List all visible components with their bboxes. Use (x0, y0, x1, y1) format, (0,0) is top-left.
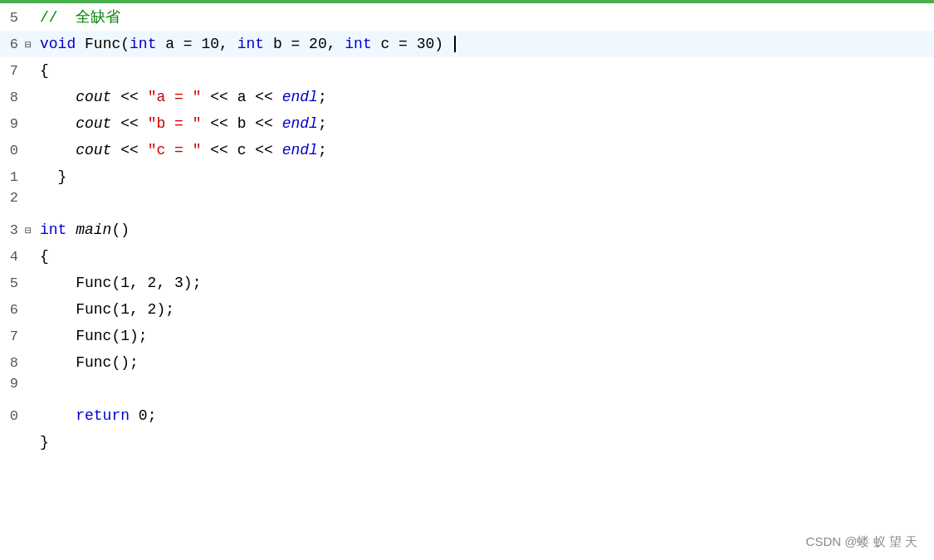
line-number-9: 9 (0, 116, 25, 132)
line-content-15: Func(1, 2, 3); (37, 270, 934, 296)
code-line-6: 6 ⊟ void Func(int a = 10, int b = 20, in… (0, 31, 934, 57)
int-main-keyword: int (40, 222, 66, 238)
line-number-5: 5 (0, 10, 25, 26)
fold-13: ⊟ (25, 224, 37, 237)
int-keyword-3: int (345, 36, 371, 52)
line-number-14: 4 (0, 249, 25, 265)
code-line-16: 6 Func(1, 2); (0, 296, 934, 323)
code-line-21: } (0, 429, 934, 455)
string-b: "b = " (148, 115, 202, 132)
line-number-16: 6 (0, 302, 25, 318)
watermark: CSDN @蝼 蚁 望 天 (806, 534, 917, 550)
line-content-9: cout << "b = " << b << endl; (37, 110, 934, 137)
line-content-5: // 全缺省 (37, 3, 934, 31)
code-line-5: 5 // 全缺省 (0, 3, 934, 31)
func-name: Func (85, 36, 120, 52)
endl-2: endl (282, 115, 318, 132)
line-number-6: 6 (0, 37, 25, 52)
line-content-13: int main() (37, 217, 934, 243)
line-content-18: Func(); (37, 349, 934, 376)
cout-1: cout (76, 89, 111, 105)
line-content-8: cout << "a = " << a << endl; (37, 84, 934, 110)
endl-1: endl (282, 89, 318, 105)
cout-3: cout (76, 142, 111, 158)
code-line-10: 0 cout << "c = " << c << endl; (0, 137, 934, 163)
line-number-11: 1 (0, 169, 25, 185)
line-number-15: 5 (0, 275, 25, 291)
code-line-17: 7 Func(1); (0, 323, 934, 349)
fold-6: ⊟ (25, 38, 37, 51)
line-number-12: 2 (0, 190, 25, 206)
code-line-19: 9 (0, 376, 934, 402)
line-content-7: { (37, 57, 934, 84)
code-line-18: 8 Func(); (0, 349, 934, 376)
line-content-21: } (37, 429, 934, 455)
line-content-14: { (37, 243, 934, 270)
line-number-17: 7 (0, 329, 25, 344)
code-line-20: 0 return 0; (0, 402, 934, 429)
int-keyword-2: int (237, 36, 264, 52)
string-c: "c = " (148, 142, 202, 158)
code-line-14: 4 { (0, 243, 934, 270)
cout-2: cout (76, 115, 111, 132)
line-number-13: 3 (0, 222, 25, 238)
line-content-17: Func(1); (37, 323, 934, 349)
endl-3: endl (282, 142, 318, 158)
line-content-6: void Func(int a = 10, int b = 20, int c … (37, 31, 934, 57)
void-keyword: void (40, 36, 76, 52)
return-keyword: return (76, 407, 130, 424)
code-line-8: 8 cout << "a = " << a << endl; (0, 84, 934, 110)
line-content-20: return 0; (37, 402, 934, 429)
string-a: "a = " (148, 89, 202, 105)
line-content-10: cout << "c = " << c << endl; (37, 137, 934, 163)
code-editor: 5 // 全缺省 6 ⊟ void Func(int a = 10, int b… (0, 0, 934, 560)
code-line-13: 3 ⊟ int main() (0, 217, 934, 243)
line-number-18: 8 (0, 355, 25, 371)
code-line-12: 2 (0, 190, 934, 217)
comment-text: // 全缺省 (40, 9, 120, 26)
main-func: main (76, 222, 111, 238)
code-line-11: 1 } (0, 163, 934, 190)
code-line-9: 9 cout << "b = " << b << endl; (0, 110, 934, 137)
code-line-7: 7 { (0, 57, 934, 84)
code-line-15: 5 Func(1, 2, 3); (0, 270, 934, 296)
line-number-10: 0 (0, 143, 25, 158)
line-number-7: 7 (0, 63, 25, 79)
line-number-8: 8 (0, 90, 25, 105)
line-content-16: Func(1, 2); (37, 296, 934, 323)
line-content-11: } (37, 163, 934, 190)
text-cursor (454, 36, 456, 52)
int-keyword-1: int (130, 36, 156, 52)
line-number-19: 9 (0, 376, 25, 392)
line-number-20: 0 (0, 408, 25, 424)
